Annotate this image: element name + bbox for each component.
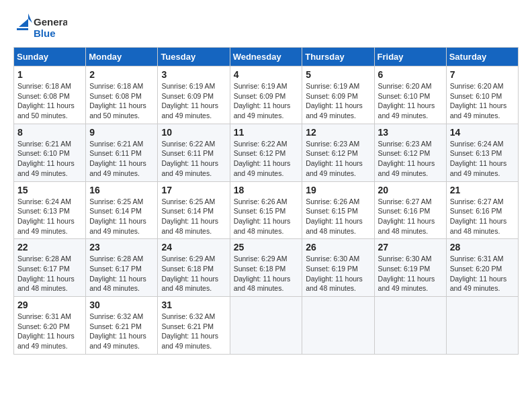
- day-info: Sunrise: 6:24 AM Sunset: 6:13 PM Dayligh…: [17, 197, 82, 236]
- calendar-cell: 17Sunrise: 6:25 AM Sunset: 6:14 PM Dayli…: [158, 181, 230, 239]
- calendar-cell: 20Sunrise: 6:27 AM Sunset: 6:16 PM Dayli…: [374, 181, 446, 239]
- day-info: Sunrise: 6:19 AM Sunset: 6:09 PM Dayligh…: [306, 81, 370, 121]
- day-info: Sunrise: 6:19 AM Sunset: 6:09 PM Dayligh…: [234, 81, 299, 121]
- calendar-cell: 6Sunrise: 6:20 AM Sunset: 6:10 PM Daylig…: [374, 66, 446, 124]
- calendar-cell: 5Sunrise: 6:19 AM Sunset: 6:09 PM Daylig…: [302, 66, 374, 124]
- calendar-cell: 30Sunrise: 6:32 AM Sunset: 6:21 PM Dayli…: [86, 297, 158, 355]
- calendar-cell: 21Sunrise: 6:27 AM Sunset: 6:16 PM Dayli…: [446, 181, 518, 239]
- logo: GeneralBlue: [13, 13, 67, 40]
- day-info: Sunrise: 6:28 AM Sunset: 6:17 PM Dayligh…: [89, 254, 154, 293]
- day-number: 4: [234, 69, 299, 80]
- day-info: Sunrise: 6:28 AM Sunset: 6:17 PM Dayligh…: [17, 254, 82, 293]
- calendar-cell: 3Sunrise: 6:19 AM Sunset: 6:09 PM Daylig…: [158, 66, 230, 124]
- day-number: 28: [450, 242, 515, 253]
- svg-rect-3: [17, 28, 28, 30]
- day-info: Sunrise: 6:25 AM Sunset: 6:14 PM Dayligh…: [89, 197, 154, 236]
- calendar-cell: [374, 297, 446, 355]
- day-info: Sunrise: 6:27 AM Sunset: 6:16 PM Dayligh…: [378, 197, 443, 236]
- calendar-cell: 2Sunrise: 6:18 AM Sunset: 6:08 PM Daylig…: [86, 66, 158, 124]
- day-number: 29: [17, 300, 82, 310]
- day-info: Sunrise: 6:21 AM Sunset: 6:11 PM Dayligh…: [89, 139, 154, 179]
- calendar-cell: 19Sunrise: 6:26 AM Sunset: 6:15 PM Dayli…: [302, 181, 374, 239]
- day-number: 15: [17, 185, 82, 195]
- day-info: Sunrise: 6:31 AM Sunset: 6:20 PM Dayligh…: [17, 312, 82, 351]
- day-number: 3: [161, 69, 226, 80]
- weekday-header: Sunday: [14, 48, 86, 66]
- calendar-cell: 25Sunrise: 6:29 AM Sunset: 6:18 PM Dayli…: [230, 239, 302, 297]
- day-info: Sunrise: 6:32 AM Sunset: 6:21 PM Dayligh…: [89, 312, 154, 351]
- calendar-cell: 16Sunrise: 6:25 AM Sunset: 6:14 PM Dayli…: [86, 181, 158, 239]
- day-info: Sunrise: 6:20 AM Sunset: 6:10 PM Dayligh…: [378, 81, 443, 121]
- calendar-week-row: 29Sunrise: 6:31 AM Sunset: 6:20 PM Dayli…: [14, 297, 519, 355]
- calendar-cell: 27Sunrise: 6:30 AM Sunset: 6:19 PM Dayli…: [374, 239, 446, 297]
- weekday-header: Thursday: [302, 48, 374, 66]
- calendar-cell: 22Sunrise: 6:28 AM Sunset: 6:17 PM Dayli…: [14, 239, 86, 297]
- calendar-cell: 11Sunrise: 6:22 AM Sunset: 6:12 PM Dayli…: [230, 124, 302, 181]
- calendar-cell: [446, 297, 518, 355]
- calendar-cell: 18Sunrise: 6:26 AM Sunset: 6:15 PM Dayli…: [230, 181, 302, 239]
- day-number: 6: [378, 69, 443, 80]
- calendar-week-row: 15Sunrise: 6:24 AM Sunset: 6:13 PM Dayli…: [14, 181, 519, 239]
- day-number: 21: [450, 185, 515, 195]
- calendar-table: SundayMondayTuesdayWednesdayThursdayFrid…: [13, 47, 519, 355]
- calendar-cell: 15Sunrise: 6:24 AM Sunset: 6:13 PM Dayli…: [14, 181, 86, 239]
- day-info: Sunrise: 6:22 AM Sunset: 6:11 PM Dayligh…: [161, 139, 226, 179]
- calendar-week-row: 1Sunrise: 6:18 AM Sunset: 6:08 PM Daylig…: [14, 66, 519, 124]
- calendar-cell: 9Sunrise: 6:21 AM Sunset: 6:11 PM Daylig…: [86, 124, 158, 181]
- day-number: 17: [161, 185, 226, 195]
- day-number: 27: [378, 242, 443, 253]
- day-info: Sunrise: 6:23 AM Sunset: 6:12 PM Dayligh…: [378, 139, 443, 179]
- calendar-cell: 29Sunrise: 6:31 AM Sunset: 6:20 PM Dayli…: [14, 297, 86, 355]
- day-info: Sunrise: 6:25 AM Sunset: 6:14 PM Dayligh…: [161, 197, 226, 236]
- calendar-week-row: 8Sunrise: 6:21 AM Sunset: 6:10 PM Daylig…: [14, 124, 519, 181]
- calendar-week-row: 22Sunrise: 6:28 AM Sunset: 6:17 PM Dayli…: [14, 239, 519, 297]
- weekday-header: Monday: [86, 48, 158, 66]
- calendar-cell: 12Sunrise: 6:23 AM Sunset: 6:12 PM Dayli…: [302, 124, 374, 181]
- logo-svg: GeneralBlue: [13, 13, 67, 40]
- day-info: Sunrise: 6:31 AM Sunset: 6:20 PM Dayligh…: [450, 254, 515, 293]
- calendar-cell: [230, 297, 302, 355]
- day-info: Sunrise: 6:18 AM Sunset: 6:08 PM Dayligh…: [89, 81, 154, 121]
- day-info: Sunrise: 6:22 AM Sunset: 6:12 PM Dayligh…: [234, 139, 299, 179]
- day-info: Sunrise: 6:26 AM Sunset: 6:15 PM Dayligh…: [306, 197, 370, 236]
- day-info: Sunrise: 6:24 AM Sunset: 6:13 PM Dayligh…: [450, 139, 515, 179]
- day-info: Sunrise: 6:18 AM Sunset: 6:08 PM Dayligh…: [17, 81, 82, 121]
- svg-marker-2: [19, 13, 32, 27]
- day-info: Sunrise: 6:20 AM Sunset: 6:10 PM Dayligh…: [450, 81, 515, 121]
- calendar-cell: 1Sunrise: 6:18 AM Sunset: 6:08 PM Daylig…: [14, 66, 86, 124]
- day-number: 16: [89, 185, 154, 195]
- day-number: 26: [306, 242, 370, 253]
- weekday-header: Friday: [374, 48, 446, 66]
- day-number: 14: [450, 127, 515, 138]
- calendar-cell: 26Sunrise: 6:30 AM Sunset: 6:19 PM Dayli…: [302, 239, 374, 297]
- day-info: Sunrise: 6:27 AM Sunset: 6:16 PM Dayligh…: [450, 197, 515, 236]
- day-number: 18: [234, 185, 299, 195]
- calendar-cell: 23Sunrise: 6:28 AM Sunset: 6:17 PM Dayli…: [86, 239, 158, 297]
- day-number: 8: [17, 127, 82, 138]
- weekday-header: Saturday: [446, 48, 518, 66]
- day-number: 22: [17, 242, 82, 253]
- day-info: Sunrise: 6:29 AM Sunset: 6:18 PM Dayligh…: [234, 254, 299, 293]
- svg-text:General: General: [34, 16, 67, 28]
- day-number: 23: [89, 242, 154, 253]
- day-info: Sunrise: 6:30 AM Sunset: 6:19 PM Dayligh…: [306, 254, 370, 293]
- day-info: Sunrise: 6:32 AM Sunset: 6:21 PM Dayligh…: [161, 312, 226, 351]
- day-number: 2: [89, 69, 154, 80]
- day-info: Sunrise: 6:26 AM Sunset: 6:15 PM Dayligh…: [234, 197, 299, 236]
- day-number: 11: [234, 127, 299, 138]
- day-number: 20: [378, 185, 443, 195]
- day-info: Sunrise: 6:23 AM Sunset: 6:12 PM Dayligh…: [306, 139, 370, 179]
- weekday-header: Wednesday: [230, 48, 302, 66]
- calendar-cell: 8Sunrise: 6:21 AM Sunset: 6:10 PM Daylig…: [14, 124, 86, 181]
- day-info: Sunrise: 6:19 AM Sunset: 6:09 PM Dayligh…: [161, 81, 226, 121]
- calendar-cell: 24Sunrise: 6:29 AM Sunset: 6:18 PM Dayli…: [158, 239, 230, 297]
- day-number: 13: [378, 127, 443, 138]
- day-number: 12: [306, 127, 370, 138]
- day-number: 30: [89, 300, 154, 310]
- day-number: 24: [161, 242, 226, 253]
- calendar-cell: 28Sunrise: 6:31 AM Sunset: 6:20 PM Dayli…: [446, 239, 518, 297]
- calendar-cell: 4Sunrise: 6:19 AM Sunset: 6:09 PM Daylig…: [230, 66, 302, 124]
- weekday-header: Tuesday: [158, 48, 230, 66]
- day-number: 19: [306, 185, 370, 195]
- calendar-cell: 13Sunrise: 6:23 AM Sunset: 6:12 PM Dayli…: [374, 124, 446, 181]
